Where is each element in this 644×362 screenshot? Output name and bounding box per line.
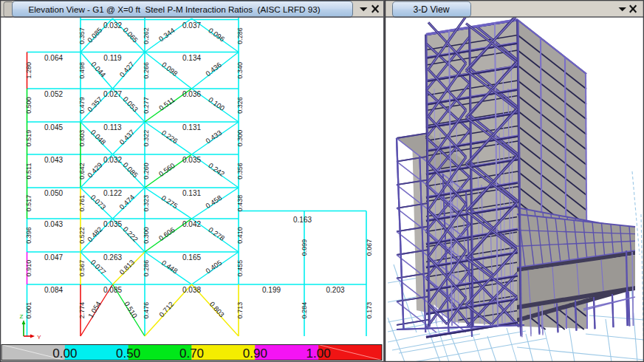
svg-text:0.323: 0.323 [143, 195, 150, 212]
svg-text:0.032: 0.032 [103, 156, 122, 164]
svg-text:0.356: 0.356 [236, 163, 244, 180]
svg-text:0.266: 0.266 [143, 62, 150, 79]
svg-text:0.00: 0.00 [52, 346, 77, 361]
svg-text:0.131: 0.131 [182, 189, 201, 197]
svg-text:0.262: 0.262 [143, 27, 150, 44]
svg-text:0.761: 0.761 [78, 195, 86, 212]
svg-text:0.067: 0.067 [366, 239, 373, 256]
svg-text:0.357: 0.357 [78, 27, 86, 44]
svg-text:3-D View: 3-D View [413, 4, 449, 15]
svg-text:0.037: 0.037 [182, 21, 201, 30]
svg-text:0.035: 0.035 [103, 220, 122, 228]
svg-text:0.498: 0.498 [78, 62, 86, 79]
svg-text:0.910: 0.910 [25, 260, 32, 277]
svg-text:0.043: 0.043 [44, 220, 63, 228]
svg-text:0.165: 0.165 [182, 253, 201, 262]
svg-text:0.052: 0.052 [44, 90, 63, 98]
svg-text:0.284: 0.284 [301, 302, 308, 319]
svg-text:0.300: 0.300 [143, 227, 150, 244]
svg-text:0.038: 0.038 [182, 286, 201, 294]
svg-text:0.300: 0.300 [236, 130, 244, 147]
svg-text:0.500: 0.500 [25, 97, 32, 114]
svg-text:0.713: 0.713 [236, 302, 244, 319]
svg-text:0.476: 0.476 [143, 302, 150, 319]
svg-text:0.517: 0.517 [25, 195, 32, 212]
svg-text:Y: Y [37, 334, 41, 341]
svg-text:Elevation View - G1 @ X=0 ft: Elevation View - G1 @ X=0 ft Steel P-M I… [28, 4, 320, 14]
svg-text:0.410: 0.410 [236, 227, 244, 244]
svg-text:0.286: 0.286 [236, 27, 244, 44]
svg-text:0.90: 0.90 [243, 346, 267, 361]
svg-text:0.035: 0.035 [182, 156, 201, 164]
svg-text:0.438: 0.438 [236, 195, 244, 212]
svg-text:0.567: 0.567 [78, 260, 86, 277]
svg-text:0.642: 0.642 [78, 163, 86, 180]
svg-text:0.322: 0.322 [143, 130, 150, 147]
svg-text:0.001: 0.001 [25, 302, 32, 319]
svg-text:0.045: 0.045 [44, 123, 63, 132]
svg-text:0.455: 0.455 [236, 260, 244, 277]
svg-text:Z: Z [20, 313, 24, 320]
svg-text:0.032: 0.032 [103, 21, 122, 30]
svg-text:0.122: 0.122 [103, 189, 122, 197]
svg-text:0.050: 0.050 [44, 189, 63, 197]
svg-text:0.099: 0.099 [301, 239, 308, 256]
svg-text:0.036: 0.036 [182, 90, 201, 98]
svg-text:0.064: 0.064 [44, 54, 63, 62]
svg-text:0.511: 0.511 [25, 163, 32, 180]
svg-text:0.396: 0.396 [25, 227, 32, 244]
svg-text:0.277: 0.277 [143, 97, 150, 114]
svg-text:1.280: 1.280 [25, 62, 32, 79]
svg-text:0.522: 0.522 [78, 227, 86, 244]
svg-text:0.260: 0.260 [143, 163, 150, 180]
svg-text:0.286: 0.286 [143, 260, 150, 277]
svg-text:0.043: 0.043 [44, 156, 63, 164]
svg-text:0.50: 0.50 [116, 346, 140, 361]
svg-text:0.173: 0.173 [366, 302, 373, 319]
svg-text:0.134: 0.134 [182, 54, 201, 62]
svg-text:0.203: 0.203 [326, 286, 344, 294]
svg-text:0.263: 0.263 [103, 253, 122, 262]
svg-text:0.131: 0.131 [182, 123, 201, 132]
svg-text:0.027: 0.027 [103, 90, 122, 98]
svg-text:0.113: 0.113 [103, 123, 122, 132]
svg-text:0.199: 0.199 [262, 286, 281, 294]
svg-text:0.042: 0.042 [182, 220, 201, 228]
svg-text:0.163: 0.163 [293, 216, 312, 224]
svg-text:0.70: 0.70 [179, 346, 204, 361]
svg-text:0.084: 0.084 [44, 286, 63, 294]
svg-text:0.119: 0.119 [103, 54, 122, 62]
svg-text:2.774: 2.774 [78, 302, 86, 319]
svg-text:1.00: 1.00 [306, 346, 331, 361]
svg-text:0.047: 0.047 [44, 253, 63, 262]
svg-text:0.326: 0.326 [236, 97, 244, 114]
svg-text:0.479: 0.479 [78, 97, 86, 114]
svg-text:0.519: 0.519 [25, 130, 32, 147]
svg-text:0.603: 0.603 [78, 130, 86, 147]
svg-text:0.085: 0.085 [103, 286, 122, 294]
svg-text:0.340: 0.340 [236, 62, 244, 79]
